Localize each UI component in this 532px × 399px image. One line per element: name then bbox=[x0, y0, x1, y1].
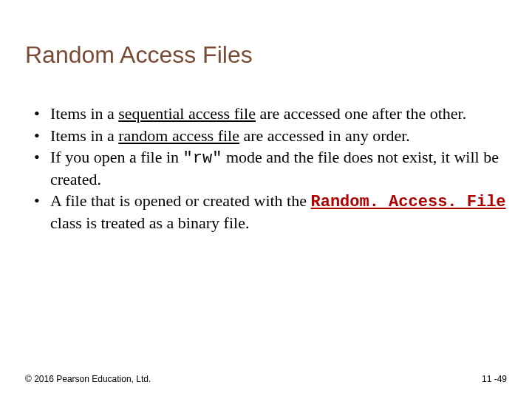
class-name: Random. Access. File bbox=[311, 193, 506, 211]
bullet-item: Items in a sequential access file are ac… bbox=[30, 103, 507, 124]
bullet-item: If you open a file in "rw" mode and the … bbox=[30, 147, 507, 189]
text: are accessed one after the other. bbox=[256, 104, 466, 123]
text: class is treated as a binary file. bbox=[50, 214, 249, 232]
text: If you open a file in bbox=[50, 148, 183, 166]
mode-literal: "rw" bbox=[183, 149, 222, 168]
underlined-term: sequential access file bbox=[118, 104, 256, 123]
text: are accessed in any order. bbox=[239, 126, 410, 145]
slide-content: Items in a sequential access file are ac… bbox=[30, 103, 507, 234]
bullet-list: Items in a sequential access file are ac… bbox=[30, 103, 507, 233]
footer-copyright: © 2016 Pearson Education, Ltd. bbox=[25, 374, 151, 384]
slide-title: Random Access Files bbox=[25, 41, 253, 69]
bullet-item: Items in a random access file are access… bbox=[30, 126, 507, 146]
footer-page-number: 11 -49 bbox=[482, 374, 507, 384]
text: Items in a bbox=[50, 104, 118, 123]
underlined-term: random access file bbox=[118, 126, 239, 145]
text: Items in a bbox=[50, 126, 118, 145]
bullet-item: A file that is opened or created with th… bbox=[30, 191, 507, 233]
slide: Random Access Files Items in a sequentia… bbox=[0, 0, 532, 399]
text: A file that is opened or created with th… bbox=[50, 191, 311, 210]
